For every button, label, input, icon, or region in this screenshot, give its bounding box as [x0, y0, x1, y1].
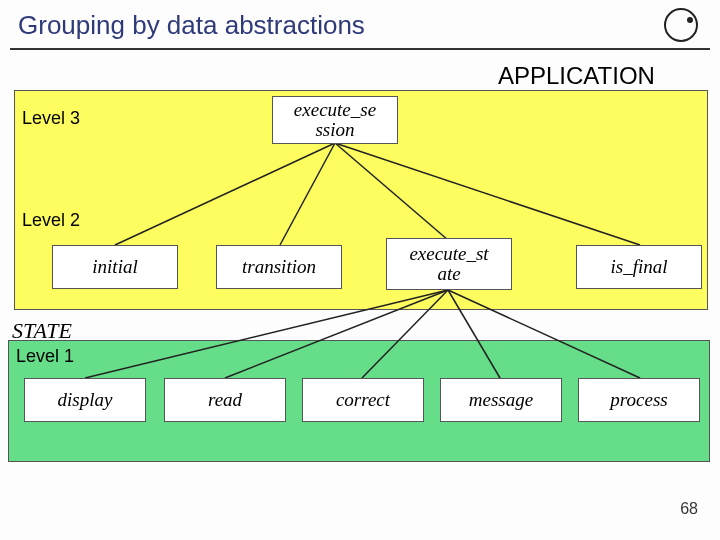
title-underline [10, 48, 710, 50]
node-execute-session: execute_se ssion [272, 96, 398, 144]
node-execute-state: execute_st ate [386, 238, 512, 290]
node-message: message [440, 378, 562, 422]
node-is-final: is_final [576, 245, 702, 289]
level2-label: Level 2 [22, 210, 80, 231]
node-display: display [24, 378, 146, 422]
level1-label: Level 1 [16, 346, 74, 367]
page-number: 68 [680, 500, 698, 518]
level3-label: Level 3 [22, 108, 80, 129]
node-transition: transition [216, 245, 342, 289]
slide-title: Grouping by data abstractions [18, 10, 365, 41]
node-correct: correct [302, 378, 424, 422]
node-initial: initial [52, 245, 178, 289]
node-read: read [164, 378, 286, 422]
node-process: process [578, 378, 700, 422]
eiffel-logo-icon [664, 8, 698, 42]
application-label: APPLICATION [498, 62, 655, 90]
slide-canvas: Grouping by data abstractions APPLICATIO… [0, 0, 720, 540]
